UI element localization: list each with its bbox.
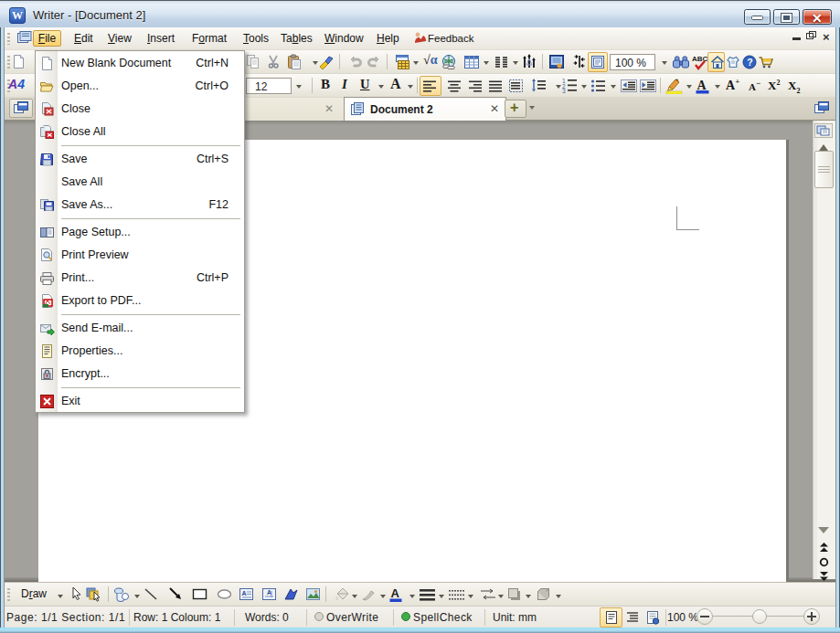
svg-text:A: A xyxy=(242,590,247,596)
svg-text:A: A xyxy=(267,589,271,596)
svg-text:A: A xyxy=(391,586,400,600)
svg-text:3: 3 xyxy=(562,88,566,93)
svg-text:?: ? xyxy=(747,57,752,68)
svg-text:ABC: ABC xyxy=(692,55,708,63)
svg-text:A: A xyxy=(697,79,707,92)
